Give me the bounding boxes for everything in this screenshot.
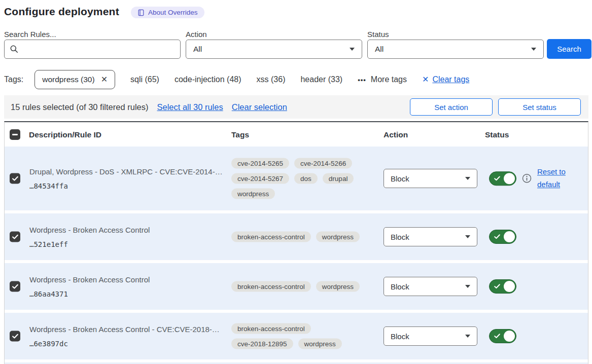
check-icon <box>12 176 18 181</box>
tags-bar: Tags: wordpress (30) ✕ sqli (65) code-in… <box>4 69 469 90</box>
rule-action-select[interactable]: Block <box>384 227 477 246</box>
status-filter-label: Status <box>367 30 389 39</box>
rule-description-cell: Wordpress - Broken Access Control …86aa4… <box>29 275 150 298</box>
rule-tags-cell: broken-access-control cve-2018-12895 wor… <box>231 323 367 349</box>
rule-action-select[interactable]: Block <box>384 169 477 188</box>
check-icon <box>494 284 500 289</box>
rule-status-cell <box>489 279 516 294</box>
rule-description-cell: Wordpress - Broken Access Control …521e1… <box>29 226 150 248</box>
chevron-down-icon <box>465 235 470 238</box>
rule-status-cell <box>489 329 516 343</box>
toggle-knob <box>504 231 515 242</box>
tag-pill: cve-2014-5267 <box>231 173 289 184</box>
selection-summary: 15 rules selected (of 30 filtered rules) <box>11 102 148 112</box>
selected-tag-label: wordpress (30) <box>42 75 94 84</box>
about-overrides-badge[interactable]: About Overrides <box>131 7 204 18</box>
status-toggle[interactable] <box>489 279 516 294</box>
rule-description: Wordpress - Broken Access Control <box>29 275 150 284</box>
row-checkbox[interactable] <box>10 281 20 292</box>
chevron-down-icon <box>465 285 470 288</box>
tag-pill: wordpress <box>316 232 360 242</box>
tags-label: Tags: <box>4 75 23 84</box>
rule-id: …86aa4371 <box>29 290 150 298</box>
tag-pill: drupal <box>323 173 354 184</box>
rule-tags-cell: cve-2014-5265 cve-2014-5266 cve-2014-526… <box>231 158 367 199</box>
tag-filter-xss[interactable]: xss (36) <box>257 75 286 84</box>
book-icon <box>137 9 145 16</box>
tag-pill: broken-access-control <box>231 281 311 292</box>
chevron-down-icon <box>531 48 536 51</box>
indeterminate-icon <box>12 134 18 135</box>
tag-pill: wordpress <box>316 281 360 292</box>
chevron-down-icon <box>465 335 470 338</box>
chevron-down-icon <box>465 177 470 180</box>
action-filter-label: Action <box>186 30 207 39</box>
clear-selection-link[interactable]: Clear selection <box>232 102 287 112</box>
status-toggle[interactable] <box>489 171 516 186</box>
status-filter-select[interactable]: All <box>367 40 544 59</box>
rule-action-value: Block <box>391 332 409 341</box>
action-filter-value: All <box>193 45 202 54</box>
tag-pill: cve-2014-5265 <box>231 158 289 169</box>
set-status-button[interactable]: Set status <box>498 98 581 116</box>
tag-filter-code-injection[interactable]: code-injection (48) <box>175 75 241 84</box>
table-header: Description/Rule ID Tags Action Status <box>5 122 588 147</box>
toggle-knob <box>504 281 515 292</box>
more-tags-label: More tags <box>371 75 407 84</box>
check-icon <box>12 234 18 239</box>
more-tags-button[interactable]: ••• More tags <box>358 75 407 84</box>
clear-tags-label: Clear tags <box>432 75 469 84</box>
about-overrides-label: About Overrides <box>148 9 198 16</box>
rule-description-cell: Wordpress - Broken Access Control - CVE:… <box>29 325 220 348</box>
rule-action-select[interactable]: Block <box>384 277 477 296</box>
rule-description-cell: Drupal, Wordpress - DoS - XMLRPC - CVE:C… <box>29 167 223 190</box>
rule-id: …84534ffa <box>29 182 223 190</box>
rule-status-cell: Reset to default <box>489 166 574 191</box>
remove-tag-icon[interactable]: ✕ <box>101 76 108 84</box>
search-button[interactable]: Search <box>547 39 591 59</box>
row-checkbox[interactable] <box>10 232 20 242</box>
row-checkbox[interactable] <box>10 331 20 342</box>
status-toggle[interactable] <box>489 230 516 244</box>
action-filter-select[interactable]: All <box>186 40 362 59</box>
selected-tag-wordpress[interactable]: wordpress (30) ✕ <box>34 70 115 89</box>
ellipsis-icon: ••• <box>358 76 366 84</box>
row-checkbox[interactable] <box>10 173 20 184</box>
tag-pill: cve-2018-12895 <box>231 339 293 349</box>
check-icon <box>494 234 500 239</box>
search-rules-input[interactable] <box>23 45 175 54</box>
tag-pill: broken-access-control <box>231 232 311 242</box>
rules-table: Description/Rule ID Tags Action Status D… <box>4 121 588 364</box>
table-row: Drupal, Wordpress - DoS - XMLRPC - CVE:C… <box>5 147 588 210</box>
rule-status-cell <box>489 230 516 244</box>
rule-action-value: Block <box>391 282 409 291</box>
select-all-link[interactable]: Select all 30 rules <box>157 102 223 112</box>
rule-action-select[interactable]: Block <box>384 326 477 346</box>
clear-tags-link[interactable]: ✕ Clear tags <box>422 75 469 84</box>
column-header-status: Status <box>485 130 509 139</box>
rule-description: Drupal, Wordpress - DoS - XMLRPC - CVE:C… <box>29 167 223 176</box>
toggle-knob <box>504 331 515 342</box>
tag-filter-header[interactable]: header (33) <box>300 75 342 84</box>
search-icon <box>10 45 19 54</box>
page-title: Configure deployment <box>4 6 119 18</box>
check-icon <box>494 176 500 181</box>
select-all-checkbox[interactable] <box>10 129 20 140</box>
set-action-button[interactable]: Set action <box>410 98 493 116</box>
search-rules-label: Search Rules... <box>4 30 56 39</box>
info-icon[interactable] <box>522 174 532 184</box>
column-header-action: Action <box>384 130 408 139</box>
tag-pill: wordpress <box>298 339 342 349</box>
reset-to-default-link[interactable]: Reset to default <box>537 166 574 191</box>
tag-pill: wordpress <box>231 189 275 199</box>
check-icon <box>12 334 18 339</box>
table-row: Wordpress - Broken Access Control …86aa4… <box>5 263 588 310</box>
status-toggle[interactable] <box>489 329 516 343</box>
toggle-knob <box>504 173 515 184</box>
check-icon <box>494 334 500 339</box>
rule-id: …6e3897dc <box>29 340 220 348</box>
column-header-description: Description/Rule ID <box>29 130 101 139</box>
column-header-tags: Tags <box>231 130 249 139</box>
check-icon <box>12 284 18 289</box>
tag-filter-sqli[interactable]: sqli (65) <box>130 75 159 84</box>
